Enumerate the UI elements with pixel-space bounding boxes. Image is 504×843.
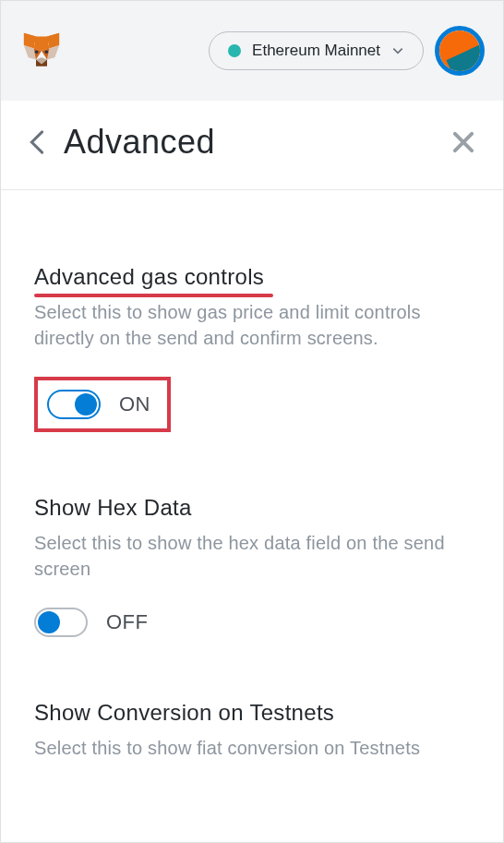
setting-description: Select this to show gas price and limit … <box>34 299 470 351</box>
network-selector[interactable]: Ethereum Mainnet <box>209 31 424 70</box>
highlight-box: ON <box>34 377 171 432</box>
toggle-hex-data[interactable] <box>34 608 88 637</box>
toggle-state-label: OFF <box>106 610 149 634</box>
back-icon[interactable] <box>29 129 45 155</box>
svg-point-11 <box>35 50 39 54</box>
setting-conversion-testnets: Show Conversion on Testnets Select this … <box>34 700 470 761</box>
metamask-fox-logo <box>19 29 64 73</box>
setting-title: Show Hex Data <box>34 495 470 521</box>
setting-advanced-gas: Advanced gas controls Select this to sho… <box>34 264 470 432</box>
highlight-underline <box>34 294 273 297</box>
app-header: Ethereum Mainnet <box>1 1 503 101</box>
chevron-down-icon <box>391 44 404 57</box>
page-title: Advanced <box>64 123 433 162</box>
toggle-state-label: ON <box>119 392 150 416</box>
setting-title: Advanced gas controls <box>34 264 470 290</box>
account-avatar[interactable] <box>435 26 485 76</box>
settings-scroll-area[interactable]: Advanced gas controls Select this to sho… <box>1 190 503 842</box>
svg-point-12 <box>45 50 49 54</box>
toggle-advanced-gas[interactable] <box>47 390 101 419</box>
setting-hex-data: Show Hex Data Select this to show the he… <box>34 495 470 637</box>
page-header: Advanced <box>1 101 503 189</box>
setting-description: Select this to show the hex data field o… <box>34 530 470 582</box>
close-icon[interactable] <box>451 130 475 154</box>
setting-title: Show Conversion on Testnets <box>34 700 470 726</box>
svg-marker-6 <box>34 36 50 51</box>
setting-description: Select this to show fiat conversion on T… <box>34 735 470 761</box>
network-status-dot <box>228 44 241 57</box>
network-label: Ethereum Mainnet <box>252 42 380 60</box>
setting-title-text: Advanced gas controls <box>34 264 264 289</box>
